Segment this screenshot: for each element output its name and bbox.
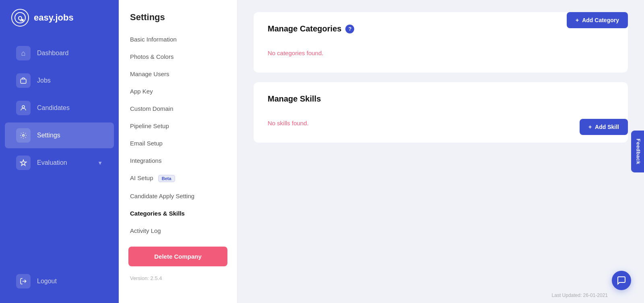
settings-menu-app-key[interactable]: App Key	[119, 83, 237, 100]
skills-header-left: Manage Skills	[268, 94, 321, 104]
settings-page-title: Settings	[119, 8, 237, 31]
add-category-plus-icon: +	[576, 17, 579, 23]
manage-categories-title: Manage Categories	[268, 24, 341, 33]
logo-icon: Q	[11, 9, 29, 27]
settings-menu-photos-colors[interactable]: Photos & Colors	[119, 48, 237, 65]
settings-menu-basic-info[interactable]: Basic Information	[119, 31, 237, 48]
svg-point-2	[21, 19, 24, 21]
sidebar-item-settings[interactable]: Settings	[5, 122, 114, 148]
settings-menu-candidate-apply[interactable]: Candidate Apply Setting	[119, 187, 237, 205]
sidebar-item-candidates[interactable]: Candidates	[5, 95, 114, 121]
settings-menu-pipeline-setup[interactable]: Pipeline Setup	[119, 117, 237, 135]
settings-menu-custom-domain[interactable]: Custom Domain	[119, 100, 237, 117]
last-updated-text: Last Updated: 26-01-2021	[552, 293, 608, 298]
logo-text: easy.jobs	[34, 12, 74, 23]
evaluation-icon	[16, 156, 31, 170]
feedback-tab[interactable]: Feedback	[632, 131, 644, 172]
settings-menu-ai-setup[interactable]: AI Setup Beta	[119, 169, 237, 187]
logout-label: Logout	[37, 278, 103, 285]
logo-area[interactable]: Q easy.jobs	[0, 0, 119, 35]
no-skills-message: No skills found.	[268, 112, 614, 131]
settings-sidebar: Settings Basic Information Photos & Colo…	[119, 0, 237, 303]
logout-button[interactable]: Logout	[5, 268, 114, 294]
logout-icon	[16, 274, 31, 288]
settings-icon	[16, 128, 31, 143]
add-skill-button[interactable]: + Add Skill	[580, 119, 628, 135]
dashboard-icon: ⌂	[16, 46, 31, 60]
sidebar-label-settings: Settings	[37, 132, 103, 139]
settings-menu-categories-skills[interactable]: Categories & Skills	[119, 205, 237, 222]
categories-section-header: Manage Categories ?	[268, 24, 614, 33]
categories-help-icon[interactable]: ?	[345, 25, 354, 33]
sidebar-item-jobs[interactable]: Jobs	[5, 68, 114, 93]
svg-point-5	[23, 135, 25, 137]
jobs-icon	[16, 73, 31, 88]
manage-skills-title: Manage Skills	[268, 94, 321, 104]
sidebar-label-dashboard: Dashboard	[37, 50, 103, 57]
chat-bubble-button[interactable]	[612, 271, 631, 290]
categories-header-left: Manage Categories ?	[268, 24, 354, 33]
svg-point-4	[22, 106, 25, 108]
logout-area[interactable]: Logout	[0, 268, 119, 303]
settings-menu-manage-users[interactable]: Manage Users	[119, 65, 237, 83]
evaluation-chevron-icon: ▼	[97, 160, 103, 166]
sidebar-label-evaluation: Evaluation	[37, 159, 91, 166]
settings-menu-email-setup[interactable]: Email Setup	[119, 135, 237, 152]
ai-beta-badge: Beta	[158, 175, 175, 182]
add-category-label: Add Category	[582, 17, 619, 23]
delete-company-button[interactable]: Delete Company	[128, 247, 227, 266]
add-category-button[interactable]: + Add Category	[567, 12, 628, 28]
skills-section-header: Manage Skills	[268, 94, 614, 104]
settings-menu-integrations[interactable]: Integrations	[119, 152, 237, 169]
settings-content: + Add Category Manage Categories ? No ca…	[237, 0, 644, 303]
add-skill-label: Add Skill	[595, 124, 619, 130]
version-text: Version: 2.5.4	[119, 270, 237, 286]
no-categories-message: No categories found.	[268, 42, 614, 60]
sidebar-item-dashboard[interactable]: ⌂ Dashboard	[5, 40, 114, 66]
sidebar-nav: ⌂ Dashboard Jobs Candidates Settings E	[0, 35, 119, 268]
manage-skills-section: Manage Skills No skills found.	[254, 82, 628, 143]
sidebar-label-candidates: Candidates	[37, 104, 103, 112]
add-skill-plus-icon: +	[588, 124, 592, 130]
sidebar: Q easy.jobs ⌂ Dashboard Jobs Candidates	[0, 0, 119, 303]
settings-menu-activity-log[interactable]: Activity Log	[119, 222, 237, 239]
sidebar-item-evaluation[interactable]: Evaluation ▼	[5, 150, 114, 176]
candidates-icon	[16, 101, 31, 115]
svg-rect-3	[21, 79, 26, 83]
sidebar-label-jobs: Jobs	[37, 77, 103, 84]
